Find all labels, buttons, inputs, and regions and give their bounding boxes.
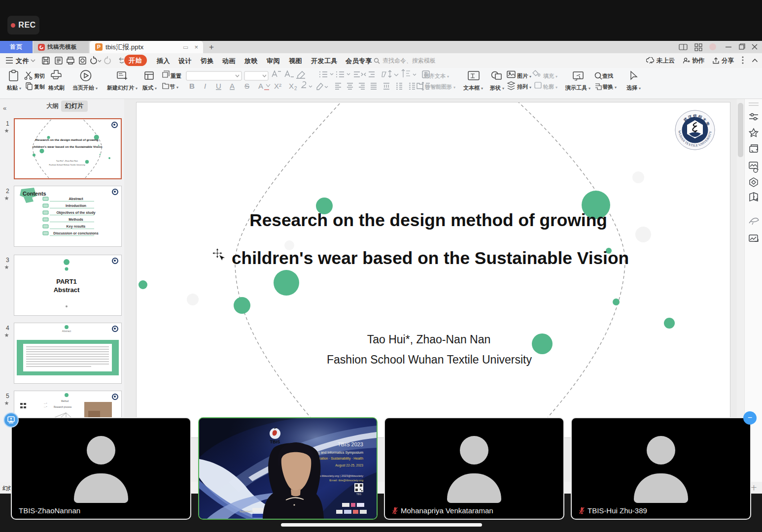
svg-text:Abstract: Abstract (69, 197, 83, 201)
svg-text:U: U (216, 82, 221, 90)
svg-text:Method: Method (61, 400, 69, 402)
svg-text:children's wear based on the S: children's wear based on the Sustainable… (232, 248, 629, 267)
svg-text:A: A (258, 82, 263, 90)
svg-text:Objectives of the study: Objectives of the study (56, 210, 95, 215)
svg-text:Email: tbis@tbisociety.org: Email: tbis@tbisociety.org (329, 479, 363, 482)
svg-text:Research on the design method: Research on the design method of growing (249, 210, 607, 230)
svg-text:Research process: Research process (54, 406, 72, 408)
svg-text:PART1: PART1 (56, 278, 77, 285)
svg-text:August 22-25, 2023: August 22-25, 2023 (335, 464, 363, 467)
svg-text:A: A (230, 82, 235, 90)
svg-text:I: I (204, 82, 206, 90)
svg-text:Research on the design method: Research on the design method of growing (35, 138, 99, 141)
svg-text:X²: X² (274, 82, 281, 90)
svg-text:Supported by: Supported by (240, 510, 254, 513)
svg-text:B: B (189, 82, 195, 90)
svg-text:S: S (244, 82, 249, 90)
svg-text:Contents: Contents (23, 191, 46, 197)
svg-text:TBIS 2023: TBIS 2023 (338, 441, 363, 447)
svg-text:children's wear based on the S: children's wear based on the Sustainable… (32, 145, 102, 148)
svg-text:— ▪: — ▪ (44, 402, 47, 404)
svg-text:www.tbisociety.org | 2023@tbis: www.tbisociety.org | 2023@tbisociety (314, 474, 363, 477)
svg-text:Introduction: Introduction (66, 203, 86, 208)
svg-text:2: 2 (294, 86, 297, 91)
svg-text:Key results: Key results (67, 224, 86, 229)
svg-text:ring and Informatics Symposium: ring and Informatics Symposium (314, 451, 363, 455)
svg-text:Tao Hui*, Zhao-Nan Nan: Tao Hui*, Zhao-Nan Nan (56, 160, 78, 162)
svg-text:— ▪: — ▪ (44, 405, 47, 408)
svg-text:Tao Hui*, Zhao-Nan Nan: Tao Hui*, Zhao-Nan Nan (367, 333, 491, 346)
svg-text:TBIS: TBIS (270, 439, 280, 444)
svg-text:Abstract: Abstract (54, 286, 80, 294)
svg-text:Abstract: Abstract (62, 330, 71, 332)
svg-text:X: X (289, 82, 294, 90)
svg-text:TBIS: TBIS (356, 493, 361, 496)
svg-text:Fashion School Wuhan Textile U: Fashion School Wuhan Textile University (49, 164, 85, 166)
svg-text:Discussion or conclusions: Discussion or conclusions (53, 231, 98, 235)
svg-text:Fashion School Wuhan Textile U: Fashion School Wuhan Textile University (327, 353, 532, 366)
svg-text:Methods: Methods (69, 217, 83, 222)
